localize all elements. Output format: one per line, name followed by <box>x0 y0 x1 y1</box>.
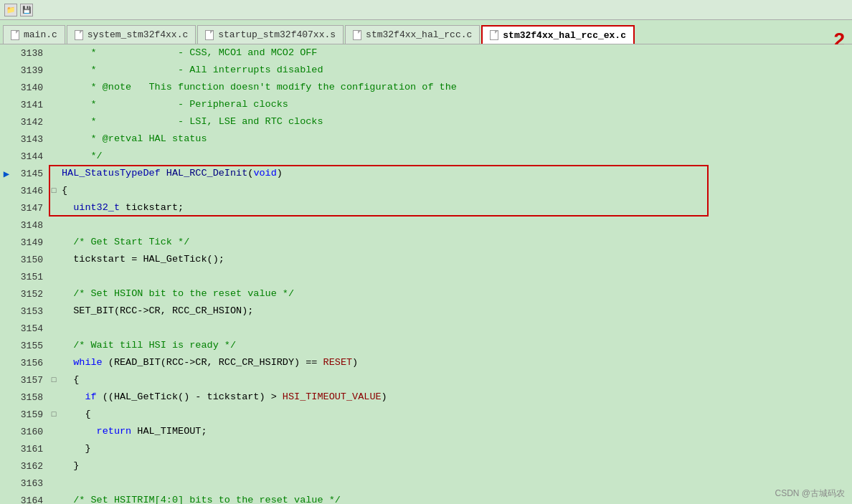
code-line: 3160 return HAL_TIMEOUT; <box>0 423 852 440</box>
code-content: * - LSI, LSE and RTC clocks <box>59 113 852 130</box>
code-content: */ <box>59 148 852 165</box>
code-content: * @note This function doesn't modify the… <box>59 79 852 96</box>
code-editor: 3138 * - CSS, MCO1 and MCO2 OFF3139 * - … <box>0 44 852 504</box>
line-number: 3156 <box>13 358 49 369</box>
line-number: 3138 <box>13 48 49 59</box>
line-number: 3147 <box>13 203 49 214</box>
code-content: /* Set HSITRIM[4:0] bits to the reset va… <box>59 492 852 504</box>
code-content: while (READ_BIT(RCC->CR, RCC_CR_HSIRDY) … <box>59 354 852 371</box>
toolbar-icons: 📁 💾 <box>4 4 33 16</box>
code-content: SET_BIT(RCC->CR, RCC_CR_HSION); <box>59 303 852 320</box>
save-icon[interactable]: 💾 <box>20 4 33 16</box>
code-line: 3149 /* Get Start Tick */ <box>0 234 852 251</box>
code-line: ▶3145HAL_StatusTypeDef HAL_RCC_DeInit(vo… <box>0 165 852 182</box>
line-number: 3158 <box>13 392 49 403</box>
tab-main-c[interactable]: main.c <box>3 25 65 44</box>
code-content: HAL_StatusTypeDef HAL_RCC_DeInit(void) <box>59 165 852 182</box>
code-line: 3148 <box>0 217 852 234</box>
code-line: 3157□ { <box>0 371 852 389</box>
line-number: 3143 <box>13 134 49 145</box>
code-content: } <box>59 457 852 475</box>
code-line: 3163 <box>0 475 852 492</box>
code-line: 3150 tickstart = HAL_GetTick(); <box>0 251 852 268</box>
fold-indicator: □ <box>49 376 59 384</box>
line-number: 3155 <box>13 341 49 351</box>
code-line: 3156 while (READ_BIT(RCC->CR, RCC_CR_HSI… <box>0 354 852 371</box>
code-content: * - Peripheral clocks <box>59 96 852 113</box>
code-line: 3142 * - LSI, LSE and RTC clocks <box>0 113 852 130</box>
line-number: 3148 <box>13 220 49 231</box>
code-line: 3151 <box>0 268 852 285</box>
tab-system-stm32f4xx[interactable]: system_stm32f4xx.c <box>67 25 196 44</box>
code-line: 3140 * @note This function doesn't modif… <box>0 79 852 96</box>
code-line: 3147 uint32_t tickstart; <box>0 199 852 217</box>
code-line: 3153 SET_BIT(RCC->CR, RCC_CR_HSION); <box>0 303 852 320</box>
folder-icon[interactable]: 📁 <box>4 4 17 16</box>
line-number: 3151 <box>13 272 49 282</box>
tab-label: system_stm32f4xx.c <box>87 29 188 40</box>
code-content: /* Wait till HSI is ready */ <box>59 337 852 354</box>
code-content: * - All interrupts disabled <box>59 62 852 79</box>
tab-stm32f4xx-hal-rcc[interactable]: stm32f4xx_hal_rcc.c <box>345 25 480 44</box>
code-line: 3143 * @retval HAL status <box>0 130 852 148</box>
line-number: 3149 <box>13 237 49 248</box>
code-content: /* Set HSION bit to the reset value */ <box>59 285 852 303</box>
line-arrow: ▶ <box>0 168 13 180</box>
tab-file-icon <box>75 30 83 40</box>
line-number: 3150 <box>13 255 49 265</box>
code-content: tickstart = HAL_GetTick(); <box>59 251 852 268</box>
code-content: /* Get Start Tick */ <box>59 234 852 251</box>
line-number: 3160 <box>13 427 49 437</box>
line-number: 3141 <box>13 100 49 110</box>
line-number: 3153 <box>13 306 49 317</box>
code-content: uint32_t tickstart; <box>59 199 852 217</box>
line-number: 3145 <box>13 168 49 179</box>
tab-startup-stm32f407xx[interactable]: startup_stm32f407xx.s <box>197 25 344 44</box>
code-line: 3141 * - Peripheral clocks <box>0 96 852 113</box>
code-content: * @retval HAL status <box>59 130 852 148</box>
line-number: 3154 <box>13 323 49 334</box>
code-line: 3158 if ((HAL_GetTick() - tickstart) > H… <box>0 389 852 406</box>
code-line: 3161 } <box>0 440 852 457</box>
line-number: 3161 <box>13 444 49 455</box>
code-line: 3139 * - All interrupts disabled <box>0 62 852 79</box>
watermark: CSDN @古城码农 <box>775 488 845 500</box>
fold-indicator: □ <box>49 186 59 195</box>
tab-label: main.c <box>24 29 57 40</box>
code-content: if ((HAL_GetTick() - tickstart) > HSI_TI… <box>59 389 852 406</box>
code-content: { <box>59 371 852 389</box>
code-content: { <box>59 182 852 199</box>
line-number: 3162 <box>13 461 49 472</box>
tab-file-icon <box>205 30 214 40</box>
line-number: 3159 <box>13 409 49 420</box>
line-number: 3152 <box>13 289 49 300</box>
line-number: 3163 <box>13 478 49 489</box>
code-content: { <box>59 406 852 423</box>
tab-label: stm32f4xx_hal_rcc.c <box>366 29 472 40</box>
tab-label: startup_stm32f407xx.s <box>218 29 336 40</box>
code-line: 3138 * - CSS, MCO1 and MCO2 OFF <box>0 44 852 62</box>
code-line: 3164 /* Set HSITRIM[4:0] bits to the res… <box>0 492 852 504</box>
code-line: 3144 */ <box>0 148 852 165</box>
code-content: } <box>59 440 852 457</box>
line-number: 3140 <box>13 82 49 93</box>
tab-stm32f4xx-hal-rcc-ex[interactable]: stm32f4xx_hal_rcc_ex.c <box>481 25 635 44</box>
line-number: 3142 <box>13 117 49 128</box>
code-line: 3146□{ <box>0 182 852 199</box>
top-toolbar: 📁 💾 <box>0 0 852 20</box>
tab-file-icon <box>353 30 361 40</box>
tab-file-icon <box>490 30 498 40</box>
line-number: 3157 <box>13 375 49 386</box>
line-number: 3146 <box>13 186 49 196</box>
code-content: * - CSS, MCO1 and MCO2 OFF <box>59 44 852 62</box>
tab-bar: main.csystem_stm32f4xx.cstartup_stm32f40… <box>0 20 852 44</box>
code-line: 3152 /* Set HSION bit to the reset value… <box>0 285 852 303</box>
code-content: return HAL_TIMEOUT; <box>59 423 852 440</box>
fold-indicator: □ <box>49 410 59 419</box>
tab-file-icon <box>11 30 19 40</box>
code-line: 3162 } <box>0 457 852 475</box>
code-line: 3154 <box>0 320 852 337</box>
line-number: 3144 <box>13 151 49 162</box>
code-line: 3159□ { <box>0 406 852 423</box>
line-number: 3139 <box>13 65 49 76</box>
